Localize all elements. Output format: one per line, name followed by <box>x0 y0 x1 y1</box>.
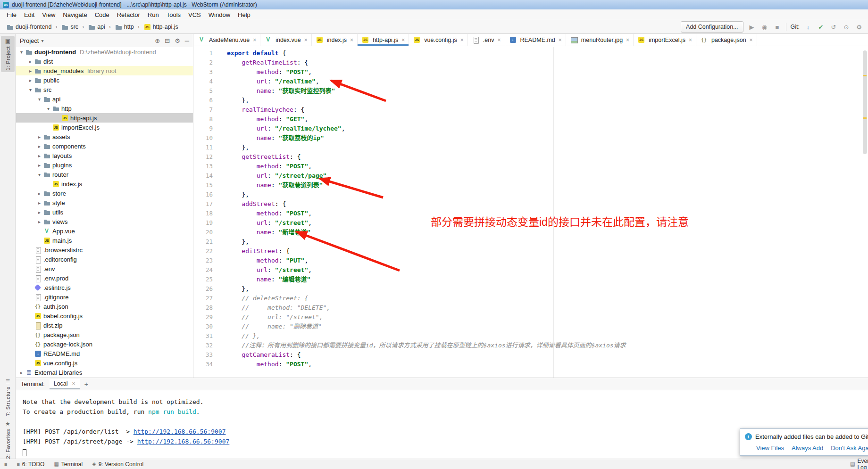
tree-item-dist[interactable]: ▸dist <box>16 57 193 66</box>
tree-item-External Libraries[interactable]: ▸External Libraries <box>16 368 193 377</box>
tree-item-main.js[interactable]: main.js <box>16 236 193 245</box>
chevron-right-icon[interactable]: ▸ <box>36 144 43 149</box>
stop-icon[interactable]: ■ <box>773 24 782 31</box>
menu-item-file[interactable]: File <box>3 9 20 20</box>
tree-item-api[interactable]: ▾api <box>16 94 193 104</box>
line-number[interactable]: 24 <box>194 265 223 275</box>
stripe-button-project[interactable]: ▣ 1: Project <box>1 36 15 72</box>
status-bar-right[interactable]: ▤ Event Log <box>850 458 868 469</box>
chevron-right-icon[interactable]: ▸ <box>36 200 43 206</box>
tree-item-.env.prod[interactable]: .env.prod <box>16 273 193 283</box>
tree-item-src[interactable]: ▾src <box>16 85 193 94</box>
close-icon[interactable]: × <box>304 37 308 43</box>
menu-item-edit[interactable]: Edit <box>20 9 38 20</box>
menu-item-code[interactable]: Code <box>91 9 113 20</box>
code-line[interactable]: 17 addStreet: { <box>194 199 868 209</box>
line-number[interactable]: 21 <box>194 237 223 247</box>
chevron-right-icon[interactable]: ▸ <box>36 153 43 158</box>
status-item-vcs[interactable]: ◈9: Version Control <box>92 461 143 468</box>
tree-item-.browserslistrc[interactable]: .browserslistrc <box>16 245 193 255</box>
editor-tab-index.vue[interactable]: index.vue× <box>260 34 312 46</box>
code-line[interactable]: 11 }, <box>194 143 868 152</box>
tree-item-importExcel.js[interactable]: importExcel.js <box>16 123 193 132</box>
chevron-right-icon[interactable]: ▸ <box>36 210 43 215</box>
editor-scrollbar[interactable] <box>863 50 867 154</box>
tree-item-style[interactable]: ▸style <box>16 198 193 207</box>
panel-settings-icon[interactable]: ⚙ <box>175 37 180 44</box>
code-line[interactable]: 26 }, <box>194 284 868 294</box>
line-number[interactable]: 31 <box>194 331 223 341</box>
tree-item-.editorconfig[interactable]: .editorconfig <box>16 255 193 264</box>
line-number[interactable]: 30 <box>194 322 223 331</box>
line-number[interactable]: 16 <box>194 190 223 199</box>
chevron-right-icon[interactable]: ▸ <box>36 191 43 196</box>
menu-item-window[interactable]: Window <box>205 9 234 20</box>
line-number[interactable]: 25 <box>194 275 223 284</box>
chevron-right-icon[interactable]: ▸ <box>18 370 25 375</box>
settings-icon[interactable]: ⚙ <box>855 24 863 31</box>
editor-tab-vue.config.js[interactable]: vue.config.js× <box>409 34 468 46</box>
notification-action-view-files[interactable]: View Files <box>756 444 784 452</box>
line-number[interactable]: 3 <box>194 67 223 77</box>
git-revert-icon[interactable]: ↺ <box>829 24 838 31</box>
tree-item-.gitignore[interactable]: .gitignore <box>16 292 193 302</box>
tree-item-index.js[interactable]: index.js <box>16 179 193 189</box>
line-number[interactable]: 4 <box>194 77 223 86</box>
code-line[interactable]: 1export default { <box>194 49 868 58</box>
chevron-right-icon[interactable]: ▸ <box>27 59 34 64</box>
line-number[interactable]: 8 <box>194 115 223 124</box>
new-terminal-icon[interactable]: + <box>84 380 88 388</box>
code-line[interactable]: 27 // deleteStreet: { <box>194 294 868 303</box>
code-line[interactable]: 4 url: "/realTime", <box>194 77 868 86</box>
tree-item-duoji-frontend[interactable]: ▾duoji-frontendD:\zheheWeb\duoji-fronten… <box>16 47 193 57</box>
line-number[interactable]: 26 <box>194 284 223 294</box>
tree-item-node_modules[interactable]: ▸node_moduleslibrary root <box>16 66 193 75</box>
code-line[interactable]: 21 }, <box>194 237 868 247</box>
menu-item-refactor[interactable]: Refactor <box>113 9 144 20</box>
code-line[interactable]: 24 url: "/street", <box>194 265 868 275</box>
code-line[interactable]: 32 //注释：所有用到删除的接口都需要拼接变量id，所以请求方式采用了挂载在原… <box>194 341 868 350</box>
close-icon[interactable]: × <box>401 37 405 43</box>
menu-item-run[interactable]: Run <box>144 9 163 20</box>
editor-tab-.env[interactable]: .env× <box>468 34 505 46</box>
close-icon[interactable]: × <box>689 37 692 43</box>
menu-item-navigate[interactable]: Navigate <box>59 9 91 20</box>
code-line[interactable]: 30 // name: "删除巷道" <box>194 322 868 331</box>
editor-tab-AsideMenu.vue[interactable]: AsideMenu.vue× <box>194 34 260 46</box>
line-number[interactable]: 15 <box>194 181 223 190</box>
line-number[interactable]: 19 <box>194 218 223 228</box>
tree-item-components[interactable]: ▸components <box>16 141 193 151</box>
editor-tab-http-api.js[interactable]: http-api.js× <box>358 34 409 46</box>
tree-item-http[interactable]: ▾http <box>16 104 193 113</box>
line-number[interactable]: 18 <box>194 209 223 218</box>
code-line[interactable]: 2 getRealTimeList: { <box>194 58 868 67</box>
breadcrumb-item-http-api.js[interactable]: http-api.js <box>142 23 180 31</box>
chevron-right-icon[interactable]: ▸ <box>27 78 34 83</box>
notification-action-always-add[interactable]: Always Add <box>792 444 823 452</box>
tree-item-.eslintrc.js[interactable]: .eslintrc.js <box>16 283 193 292</box>
line-number[interactable]: 23 <box>194 256 223 265</box>
code-line[interactable]: 33 getCameraList: { <box>194 350 868 360</box>
tree-item-README.md[interactable]: README.md <box>16 349 193 358</box>
status-item-terminal[interactable]: ▦Terminal <box>54 461 83 468</box>
tree-item-layouts[interactable]: ▸layouts <box>16 151 193 160</box>
code-line[interactable]: 10 name: "获取荔枝的ip" <box>194 133 868 143</box>
line-number[interactable]: 20 <box>194 228 223 237</box>
code-line[interactable]: 14 url: "/street/page", <box>194 171 868 181</box>
stripe-button-favorites[interactable]: ★ 2: Favorites <box>1 419 15 461</box>
code-line[interactable]: 7 realTimeLychee: { <box>194 105 868 115</box>
code-line[interactable]: 12 getStreetList: { <box>194 152 868 162</box>
status-item-todo[interactable]: ≡6: TODO <box>17 461 44 468</box>
code-line[interactable]: 8 method: "GET", <box>194 115 868 124</box>
chevron-down-icon[interactable]: ▾ <box>18 49 25 55</box>
breadcrumb-item-src[interactable]: src <box>59 23 80 31</box>
line-number[interactable]: 34 <box>194 360 223 369</box>
history-icon[interactable]: ⊙ <box>842 24 851 31</box>
line-number[interactable]: 1 <box>194 49 223 58</box>
debug-icon[interactable]: ◉ <box>760 24 769 31</box>
code-line[interactable]: 16 }, <box>194 190 868 199</box>
tree-item-utils[interactable]: ▸utils <box>16 207 193 217</box>
line-number[interactable]: 33 <box>194 350 223 360</box>
close-icon[interactable]: × <box>350 37 353 43</box>
line-number[interactable]: 27 <box>194 294 223 303</box>
